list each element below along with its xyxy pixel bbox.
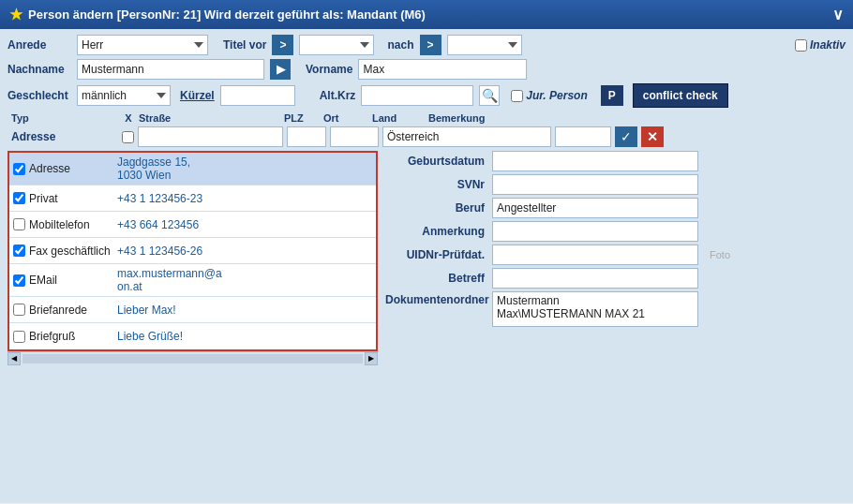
svnr-input[interactable] (492, 174, 698, 195)
dokumentenordner-row: Dokumentenordner MustermannMax\MUSTERMAN… (385, 291, 846, 327)
row-value-1: +43 1 123456-23 (117, 192, 372, 205)
uidnr-label: UIDNr-Prüfdat. (385, 248, 488, 261)
nach-label: nach (387, 38, 413, 52)
anrede-label: Anrede (7, 38, 71, 52)
adresse-plz-input[interactable] (287, 126, 326, 147)
right-form: Geburtsdatum SVNr Beruf Anmerkung UIDNr- (385, 151, 846, 327)
nach-button[interactable]: > (420, 35, 441, 55)
row-value-4: max.mustermann@aon.at (117, 267, 372, 293)
col-ort: Ort (323, 112, 372, 124)
row-value-3: +43 1 123456-26 (117, 245, 372, 258)
kuerzel-label[interactable]: Kürzel (180, 89, 215, 102)
main-content: Anrede Herr Frau Titel vor > nach > Inak… (0, 29, 853, 503)
titel-vor-select[interactable] (299, 35, 374, 55)
row-checkbox-4[interactable] (13, 274, 25, 287)
betreff-label: Betreff (385, 272, 488, 285)
betreff-input[interactable] (492, 268, 698, 289)
col-bemerkung: Bemerkung (428, 112, 842, 124)
table-row[interactable]: Fax geschäftlich +43 1 123456-26 (9, 238, 376, 264)
vorname-label: Vorname (306, 63, 352, 76)
nachname-label: Nachname (7, 63, 71, 76)
address-section: Adresse Jagdgasse 15,1030 Wien Privat +4… (7, 151, 846, 364)
geburtsdatum-input[interactable] (492, 151, 698, 171)
uidnr-input[interactable] (492, 245, 698, 265)
adresse-main-row: Adresse ✓ ✕ (7, 125, 846, 149)
row-type-5: Briefanrede (29, 304, 113, 317)
inaktiv-label: Inaktiv (810, 38, 846, 52)
geschlecht-row: Geschlecht männlich weiblich Kürzel Alt.… (7, 83, 846, 108)
row-checkbox-5[interactable] (13, 304, 25, 316)
adresse-ort-input[interactable] (330, 126, 379, 147)
row-value-0: Jagdgasse 15,1030 Wien (117, 156, 372, 182)
table-header-row: Typ X Straße PLZ Ort Land Bemerkung (7, 111, 846, 125)
title-bar: ★ Person ändern [PersonNr: 21] Wird derz… (0, 0, 853, 29)
geschlecht-label: Geschlecht (7, 89, 71, 102)
chevron-down-icon[interactable]: ∨ (832, 6, 844, 23)
uidnr-row: UIDNr-Prüfdat. Foto (385, 245, 846, 265)
vorname-input[interactable] (358, 59, 527, 80)
geburtsdatum-row: Geburtsdatum (385, 151, 846, 171)
adresse-confirm-button[interactable]: ✓ (615, 126, 637, 147)
scroll-right-button[interactable]: ▶ (365, 352, 378, 365)
geschlecht-select[interactable]: männlich weiblich (77, 85, 171, 106)
col-plz: PLZ (284, 112, 323, 124)
svnr-label: SVNr (385, 178, 488, 191)
row-checkbox-6[interactable] (13, 331, 25, 343)
adresse-bem-input[interactable] (555, 126, 611, 147)
dokumentenordner-value: MustermannMax\MUSTERMANN MAX 21 (492, 291, 698, 327)
anmerkung-input[interactable] (492, 221, 698, 242)
nachname-button[interactable]: ▶ (270, 59, 291, 80)
col-typ: Typ (11, 112, 118, 124)
row-checkbox-3[interactable] (13, 245, 25, 257)
beruf-label: Beruf (385, 201, 488, 215)
anmerkung-row: Anmerkung (385, 221, 846, 242)
beruf-row: Beruf (385, 198, 846, 218)
row-value-5: Lieber Max! (117, 304, 372, 317)
inaktiv-checkbox[interactable] (795, 39, 807, 52)
beruf-input[interactable] (492, 198, 698, 218)
foto-label: Foto (710, 249, 730, 260)
table-row[interactable]: Mobiltelefon +43 664 123456 (9, 212, 376, 238)
row-type-1: Privat (29, 192, 113, 205)
table-row[interactable]: Privat +43 1 123456-23 (9, 185, 376, 212)
kuerzel-input[interactable] (220, 85, 295, 106)
inaktiv-container: Inaktiv (795, 38, 846, 52)
col-land: Land (372, 112, 428, 124)
adresse-land-input[interactable] (382, 126, 551, 147)
table-row[interactable]: Adresse Jagdgasse 15,1030 Wien (9, 153, 376, 185)
titel-vor-label: Titel vor (223, 38, 266, 52)
table-row[interactable]: EMail max.mustermann@aon.at (9, 264, 376, 297)
altkrz-input[interactable] (361, 85, 473, 106)
table-row[interactable]: Briefanrede Lieber Max! (9, 297, 376, 323)
jur-person-checkbox[interactable] (511, 90, 523, 102)
adresse-strasse-input[interactable] (138, 126, 283, 147)
nach-select[interactable] (447, 35, 522, 55)
table-row[interactable]: Briefgruß Liebe Grüße! (9, 323, 376, 349)
nachname-input[interactable] (77, 59, 264, 80)
row-type-2: Mobiltelefon (29, 218, 113, 231)
contact-table: Adresse Jagdgasse 15,1030 Wien Privat +4… (7, 151, 378, 351)
row-type-6: Briefgruß (29, 330, 113, 343)
p-button[interactable]: P (601, 85, 623, 106)
geburtsdatum-label: Geburtsdatum (385, 155, 488, 168)
col-x: X (118, 112, 139, 124)
jur-person-container: Jur. Person (511, 89, 587, 102)
row-checkbox-0[interactable] (13, 163, 25, 175)
row-checkbox-2[interactable] (13, 218, 25, 230)
row-checkbox-1[interactable] (13, 192, 25, 204)
magnifier-button[interactable]: 🔍 (479, 85, 500, 106)
anrede-row: Anrede Herr Frau Titel vor > nach > Inak… (7, 35, 846, 55)
address-table-container: Adresse Jagdgasse 15,1030 Wien Privat +4… (7, 151, 378, 364)
nachname-row: Nachname ▶ Vorname (7, 59, 846, 80)
dokumentenordner-label: Dokumentenordner (385, 291, 488, 306)
adresse-cancel-button[interactable]: ✕ (641, 126, 664, 147)
scrollbar-track[interactable] (22, 354, 363, 363)
star-icon: ★ (9, 6, 22, 23)
jur-person-label: Jur. Person (526, 89, 587, 102)
titel-vor-button[interactable]: > (272, 35, 293, 55)
scroll-left-button[interactable]: ◀ (7, 352, 21, 365)
conflict-check-button[interactable]: conflict check (633, 83, 728, 108)
anrede-select[interactable]: Herr Frau (77, 35, 208, 55)
row-value-6: Liebe Grüße! (117, 330, 372, 343)
adresse-row-checkbox[interactable] (122, 131, 134, 143)
